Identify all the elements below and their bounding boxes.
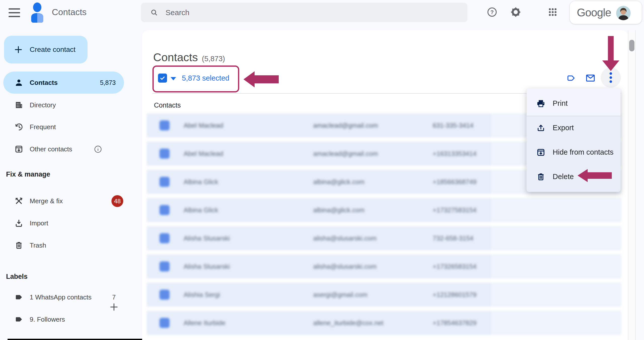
- more-actions-button[interactable]: [601, 67, 621, 88]
- menu-item-print[interactable]: Print: [527, 88, 621, 116]
- sidebar-item-merge-fix[interactable]: Merge & fix 48: [3, 190, 124, 212]
- settings-button[interactable]: [509, 5, 523, 19]
- sidebar-item-label: 9. Followers: [30, 316, 65, 323]
- contact-phone: +18566368749: [433, 170, 476, 194]
- contact-phone: 631-335-3414: [433, 113, 473, 138]
- contact-row[interactable]: Albina Glickalbina@glick.com+17327583154: [147, 198, 621, 222]
- create-contact-button[interactable]: Create contact: [4, 36, 88, 63]
- trash-icon: [15, 241, 23, 250]
- app-title: Contacts: [52, 0, 87, 24]
- contact-name: Albina Glick: [184, 198, 218, 222]
- select-all-checkbox[interactable]: [158, 74, 167, 83]
- sidebar-label-whatsapp[interactable]: 1 WhatsApp contacts 7: [3, 286, 124, 308]
- sidebar: Create contact Contacts 5,873 Directory …: [0, 30, 141, 340]
- help-button[interactable]: ?: [485, 5, 499, 19]
- tag-icon: [15, 293, 23, 301]
- contact-phone: 732-658-3154: [433, 226, 473, 250]
- section-fix-manage: Fix & manage: [6, 171, 50, 178]
- main-menu-icon[interactable]: [8, 6, 22, 20]
- page-title-count: (5,873): [202, 55, 225, 63]
- sidebar-item-trash[interactable]: Trash: [3, 234, 124, 256]
- contact-row[interactable]: Alishia Sergiasergi@gmail.com+1212860157…: [147, 283, 621, 307]
- contact-email: alisha@slusarski.com: [313, 254, 377, 279]
- row-checkbox[interactable]: [159, 205, 170, 215]
- menu-item-label: Print: [553, 99, 568, 108]
- contact-name: Albina Glick: [184, 170, 218, 194]
- row-checkbox[interactable]: [159, 149, 170, 159]
- google-wordmark: Google: [577, 6, 611, 19]
- contact-email: amaclead@gmail.com: [313, 113, 378, 138]
- account-chip[interactable]: Google: [570, 1, 642, 24]
- sidebar-item-import[interactable]: Import: [3, 212, 124, 234]
- menu-item-hide-from-contacts[interactable]: Hide from contacts: [527, 140, 621, 164]
- gear-icon: [510, 7, 521, 17]
- more-actions-menu: Print Export Hide from contacts Delete: [527, 88, 621, 192]
- plus-icon: [14, 45, 23, 54]
- contact-phone: +17854637829: [433, 311, 476, 335]
- table-column-header: Contacts: [154, 101, 181, 109]
- history-icon: [15, 123, 23, 131]
- apps-grid-button[interactable]: [546, 5, 560, 19]
- contact-name: Allene Iturbide: [184, 311, 225, 335]
- send-email-button[interactable]: [583, 71, 598, 86]
- label-count: 7: [112, 294, 116, 301]
- contact-name: Alishia Sergi: [184, 283, 220, 307]
- row-checkbox[interactable]: [159, 177, 170, 187]
- contact-row[interactable]: Alisha Slusarskialisha@slusarski.com732-…: [147, 226, 621, 250]
- row-checkbox[interactable]: [159, 318, 170, 328]
- selection-count-label[interactable]: 5,873 selected: [182, 71, 229, 86]
- row-checkbox[interactable]: [159, 233, 170, 243]
- contact-email: amaclead@gmail.com: [313, 142, 378, 166]
- avatar[interactable]: [616, 6, 631, 20]
- person-icon: [15, 78, 23, 87]
- contact-phone: +16313353414: [433, 142, 476, 166]
- contact-row[interactable]: Alisha Slusarskialisha@slusarski.com+173…: [147, 254, 621, 279]
- mail-icon: [586, 74, 595, 82]
- sidebar-item-label: Contacts: [30, 79, 58, 87]
- contact-name: Abel Maclead: [184, 113, 223, 138]
- manage-labels-button[interactable]: [564, 71, 579, 86]
- check-icon: [159, 75, 166, 81]
- three-dots-icon: [609, 72, 612, 83]
- create-contact-label: Create contact: [30, 46, 75, 54]
- contact-email: albina@glick.com: [313, 170, 365, 194]
- main-content-card: Contacts(5,873) 5,873 selected Contacts …: [142, 30, 628, 340]
- sidebar-item-label: 1 WhatsApp contacts: [30, 293, 92, 301]
- contact-email: alisha@slusarski.com: [313, 226, 377, 250]
- contact-name: Alisha Slusarski: [184, 226, 230, 250]
- contact-email: asergi@gmail.com: [313, 283, 368, 307]
- print-icon: [537, 99, 545, 108]
- contact-email: allene_iturbide@cox.net: [313, 311, 383, 335]
- menu-item-export[interactable]: Export: [527, 116, 621, 140]
- row-checkbox[interactable]: [159, 261, 170, 271]
- search-input[interactable]: [166, 8, 442, 17]
- tag-icon: [15, 315, 23, 324]
- sidebar-item-label: Frequent: [30, 123, 56, 131]
- scrollbar-track[interactable]: [628, 30, 636, 340]
- export-icon: [537, 124, 545, 132]
- section-labels: Labels: [6, 273, 28, 281]
- row-checkbox[interactable]: [159, 290, 170, 300]
- page-title: Contacts(5,873): [153, 51, 225, 64]
- menu-item-delete[interactable]: Delete: [527, 164, 621, 189]
- tools-icon: [15, 197, 23, 205]
- sidebar-item-frequent[interactable]: Frequent: [3, 116, 124, 138]
- sidebar-label-followers[interactable]: 9. Followers: [3, 308, 124, 330]
- import-icon: [15, 219, 23, 227]
- search-bar[interactable]: [141, 3, 467, 22]
- info-icon[interactable]: [94, 145, 102, 153]
- menu-item-label: Export: [553, 124, 574, 132]
- contact-name: Abel Maclead: [184, 142, 223, 166]
- sidebar-item-label: Import: [30, 219, 48, 227]
- scrollbar-thumb[interactable]: [629, 40, 634, 51]
- contact-row[interactable]: Allene Iturbideallene_iturbide@cox.net+1…: [147, 311, 621, 335]
- merge-fix-badge: 48: [111, 195, 123, 207]
- selection-dropdown-caret-icon[interactable]: [171, 77, 176, 80]
- building-icon: [15, 101, 23, 109]
- sidebar-item-directory[interactable]: Directory: [3, 94, 124, 116]
- sidebar-item-other-contacts[interactable]: Other contacts: [3, 138, 124, 160]
- contacts-count: 5,873: [100, 79, 116, 86]
- row-checkbox[interactable]: [159, 120, 170, 130]
- svg-text:?: ?: [490, 9, 494, 15]
- sidebar-item-contacts[interactable]: Contacts 5,873: [3, 72, 124, 94]
